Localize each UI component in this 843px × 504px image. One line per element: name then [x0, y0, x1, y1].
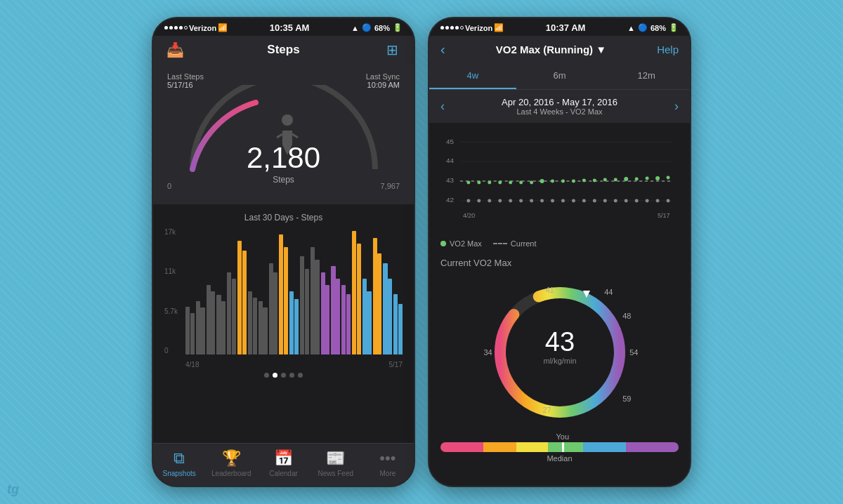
- nav-item-newsfeed[interactable]: 📰 News Feed: [310, 449, 362, 477]
- chart-bars: [185, 228, 403, 354]
- bar-group: [311, 228, 320, 354]
- battery-icon-right: 🔋: [669, 23, 679, 32]
- svg-point-11: [477, 199, 481, 202]
- median-label: Median: [440, 454, 679, 463]
- page-dot-1: [264, 373, 269, 378]
- leaderboard-label: Leaderboard: [211, 470, 251, 477]
- svg-point-17: [540, 199, 544, 202]
- vo2-legend-label: VO2 Max: [450, 239, 482, 248]
- help-button[interactable]: Help: [657, 44, 679, 55]
- nav-item-calendar[interactable]: 📅 Calendar: [257, 449, 309, 477]
- svg-point-12: [488, 199, 491, 202]
- svg-point-35: [519, 180, 523, 184]
- bar-group: [207, 228, 216, 354]
- svg-point-39: [561, 179, 565, 183]
- svg-point-36: [530, 180, 533, 184]
- tab-4w[interactable]: 4w: [429, 63, 516, 89]
- steps-hero: Last Steps 5/17/16 Last Sync 10:09 AM: [153, 64, 414, 204]
- date-prev-button[interactable]: ‹: [440, 99, 445, 114]
- svg-point-25: [625, 199, 628, 202]
- nav-item-snapshots[interactable]: ⧉ Snapshots: [153, 449, 205, 477]
- y-label-3: 0: [164, 347, 178, 354]
- comparison-bar: [440, 442, 679, 452]
- gauge-label-54: 54: [629, 348, 638, 357]
- battery-icon-left: 🔋: [393, 23, 403, 32]
- bar: [269, 263, 273, 354]
- svg-point-49: [667, 176, 670, 180]
- bar-group: [185, 228, 195, 354]
- bar-group: [352, 228, 361, 354]
- gauge-label-59: 59: [622, 394, 631, 403]
- snapshots-label: Snapshots: [162, 470, 195, 477]
- page-dot-5: [298, 373, 303, 378]
- svg-text:4/20: 4/20: [463, 212, 475, 219]
- bar: [211, 291, 215, 354]
- svg-point-40: [572, 179, 575, 183]
- current-vo2-label: Current VO2 Max: [440, 258, 679, 268]
- date-nav-center: Apr 20, 2016 - May 17, 2016 Last 4 Weeks…: [502, 97, 617, 116]
- bar-group: [237, 228, 247, 354]
- signal-dots-right: [440, 26, 464, 29]
- status-bar-left: Verizon 📶 10:35 AM ▲ 🔵 68% 🔋: [153, 18, 414, 36]
- svg-point-29: [667, 199, 670, 202]
- bar: [216, 295, 221, 354]
- signal-dots: [164, 26, 188, 29]
- bar: [383, 263, 387, 354]
- inbox-icon[interactable]: 📥: [164, 41, 185, 58]
- tab-6m[interactable]: 6m: [516, 63, 603, 89]
- period-tabs: 4w 6m 12m: [429, 63, 690, 90]
- signal-dot-4: [179, 26, 183, 29]
- bar: [393, 294, 398, 354]
- bar: [315, 260, 319, 354]
- bar: [294, 299, 299, 354]
- bar: [237, 241, 242, 354]
- chart-area: 17k 11k 5.7k 0: [164, 228, 403, 369]
- page-dot-4: [289, 373, 294, 378]
- date-next-button[interactable]: ›: [674, 99, 679, 114]
- svg-text:5/17: 5/17: [658, 212, 669, 219]
- svg-point-42: [593, 179, 596, 183]
- signal-dot-1: [164, 26, 168, 29]
- tab-12m[interactable]: 12m: [603, 63, 690, 89]
- y-label-1: 11k: [164, 267, 178, 275]
- svg-text:44: 44: [446, 157, 455, 164]
- steps-range-min: 0: [167, 182, 171, 190]
- nav-item-leaderboard[interactable]: 🏆 Leaderboard: [205, 449, 257, 477]
- vo2-chart: 45 44 43 42: [429, 123, 690, 235]
- nav-item-more[interactable]: ••• More: [362, 449, 414, 477]
- svg-text:43: 43: [544, 327, 574, 357]
- vo2-legend: VO2 Max Current: [429, 235, 690, 252]
- svg-text:45: 45: [446, 138, 455, 145]
- page-dot-2: [273, 373, 277, 378]
- bar: [325, 285, 329, 354]
- svg-point-13: [498, 199, 502, 202]
- last-steps-label: Last Steps: [167, 72, 204, 81]
- bottom-nav-left: ⧉ Snapshots 🏆 Leaderboard 📅 Calendar 📰 N…: [153, 443, 414, 486]
- svg-point-14: [509, 199, 512, 202]
- svg-point-47: [646, 177, 649, 180]
- bar: [398, 304, 403, 354]
- current-dash: [493, 243, 507, 244]
- left-phone: Verizon 📶 10:35 AM ▲ 🔵 68% 🔋 📥 Steps ⊞ L…: [152, 17, 415, 487]
- nav-bar-right: ‹ VO2 Max (Running) ▼ Help: [429, 36, 690, 63]
- bar-group: [341, 228, 351, 354]
- signal-dot-r3: [450, 26, 454, 29]
- bar-group: [289, 228, 299, 354]
- bar: [190, 313, 195, 354]
- more-icon: •••: [379, 449, 396, 467]
- grid-icon[interactable]: ⊞: [381, 41, 403, 58]
- back-button[interactable]: ‹: [440, 41, 445, 58]
- carrier-left: Verizon 📶: [164, 23, 228, 32]
- bar: [196, 301, 200, 354]
- chart-y-labels: 17k 11k 5.7k 0: [164, 228, 178, 354]
- time-left: 10:35 AM: [270, 22, 310, 33]
- svg-point-21: [582, 199, 586, 202]
- you-marker: [562, 442, 564, 452]
- chart-title: Last 30 Days - Steps: [164, 213, 403, 223]
- carrier-name-left: Verizon: [189, 24, 216, 32]
- svg-point-15: [519, 199, 523, 202]
- more-label: More: [380, 470, 396, 477]
- bar: [232, 279, 236, 354]
- svg-point-18: [551, 199, 554, 202]
- bar: [300, 256, 304, 354]
